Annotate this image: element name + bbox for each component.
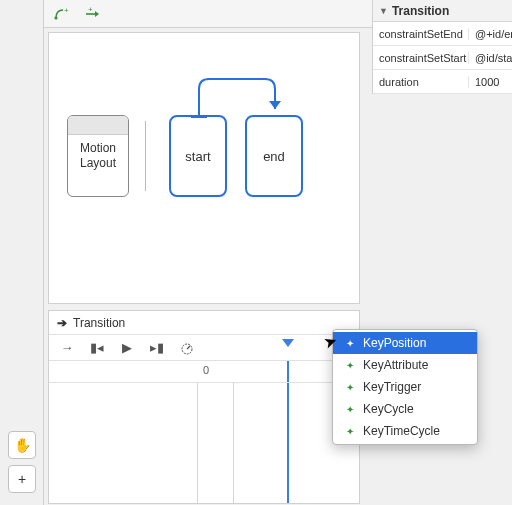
overview-canvas[interactable]: Motion Layout start end bbox=[48, 32, 360, 304]
keyframe-icon: ✦ bbox=[343, 338, 357, 349]
prop-key: constraintSetEnd bbox=[373, 28, 469, 40]
timeline-panel: ➔ Transition → ▮◂ ▶ ▸▮ 0 1 bbox=[48, 310, 360, 504]
timeline-title: Transition bbox=[73, 316, 125, 330]
menu-item-label: KeyCycle bbox=[363, 402, 414, 416]
motion-layout-label: Motion Layout bbox=[80, 141, 116, 171]
zoom-in-tool[interactable]: + bbox=[8, 465, 36, 493]
menu-item-label: KeyTrigger bbox=[363, 380, 421, 394]
state-start-node[interactable]: start bbox=[169, 115, 227, 197]
properties-title: Transition bbox=[392, 4, 449, 18]
timeline-ruler[interactable]: 0 1 bbox=[49, 361, 359, 383]
prop-val[interactable]: @+id/en bbox=[469, 28, 512, 40]
state-end-label: end bbox=[263, 149, 285, 164]
prop-val[interactable]: @id/star bbox=[469, 52, 512, 64]
menu-item-label: KeyPosition bbox=[363, 336, 426, 350]
playhead[interactable] bbox=[287, 361, 289, 382]
properties-panel: ▼ Transition constraintSetEnd @+id/en co… bbox=[372, 0, 512, 94]
prop-val[interactable]: 1000 bbox=[469, 76, 512, 88]
menu-item-keycycle[interactable]: ✦ KeyCycle bbox=[333, 398, 477, 420]
timeline-header: ➔ Transition bbox=[49, 311, 359, 335]
properties-header[interactable]: ▼ Transition bbox=[373, 0, 512, 22]
collapse-icon: ▼ bbox=[379, 6, 388, 16]
timeline-body[interactable] bbox=[49, 383, 359, 503]
track-separator bbox=[233, 383, 234, 503]
svg-line-7 bbox=[187, 346, 190, 349]
goto-start-icon[interactable]: → bbox=[57, 338, 77, 358]
menu-item-keyposition[interactable]: ✦ KeyPosition bbox=[333, 332, 477, 354]
menu-item-keyattribute[interactable]: ✦ KeyAttribute bbox=[333, 354, 477, 376]
motion-layout-node[interactable]: Motion Layout bbox=[67, 115, 129, 197]
state-end-node[interactable]: end bbox=[245, 115, 303, 197]
svg-marker-5 bbox=[269, 101, 281, 109]
prop-row: constraintSetEnd @+id/en bbox=[373, 22, 512, 46]
keyframe-icon: ✦ bbox=[343, 426, 357, 437]
track-separator bbox=[197, 383, 198, 503]
svg-point-0 bbox=[54, 16, 57, 19]
divider bbox=[145, 121, 146, 191]
svg-text:+: + bbox=[88, 7, 93, 14]
state-start-label: start bbox=[185, 149, 210, 164]
menu-item-label: KeyAttribute bbox=[363, 358, 428, 372]
speed-icon[interactable] bbox=[177, 338, 197, 358]
next-frame-icon[interactable]: ▸▮ bbox=[147, 338, 167, 358]
keyframe-icon: ✦ bbox=[343, 360, 357, 371]
prop-row: constraintSetStart @id/star bbox=[373, 46, 512, 70]
add-keyframe-menu: ✦ KeyPosition ✦ KeyAttribute ✦ KeyTrigge… bbox=[332, 329, 478, 445]
svg-text:+: + bbox=[64, 7, 69, 15]
keyframe-icon: ✦ bbox=[343, 404, 357, 415]
keyframe-icon: ✦ bbox=[343, 382, 357, 393]
menu-item-keytimecycle[interactable]: ✦ KeyTimeCycle bbox=[333, 420, 477, 442]
menu-item-keytrigger[interactable]: ✦ KeyTrigger bbox=[333, 376, 477, 398]
ruler-tick-0: 0 bbox=[203, 364, 209, 376]
prop-row: duration 1000 bbox=[373, 70, 512, 94]
prop-key: duration bbox=[373, 76, 469, 88]
menu-item-label: KeyTimeCycle bbox=[363, 424, 440, 438]
play-icon[interactable]: ▶ bbox=[117, 338, 137, 358]
left-tool-rail: ✋ + bbox=[0, 0, 44, 505]
create-constraintset-icon[interactable]: + bbox=[52, 4, 72, 24]
prev-frame-icon[interactable]: ▮◂ bbox=[87, 338, 107, 358]
arrow-right-icon: ➔ bbox=[57, 316, 67, 330]
svg-marker-2 bbox=[95, 11, 99, 17]
create-transition-icon[interactable]: + bbox=[82, 4, 102, 24]
timeline-controls: → ▮◂ ▶ ▸▮ bbox=[49, 335, 359, 361]
prop-key: constraintSetStart bbox=[373, 52, 469, 64]
playhead-line bbox=[287, 383, 289, 503]
pan-tool[interactable]: ✋ bbox=[8, 431, 36, 459]
